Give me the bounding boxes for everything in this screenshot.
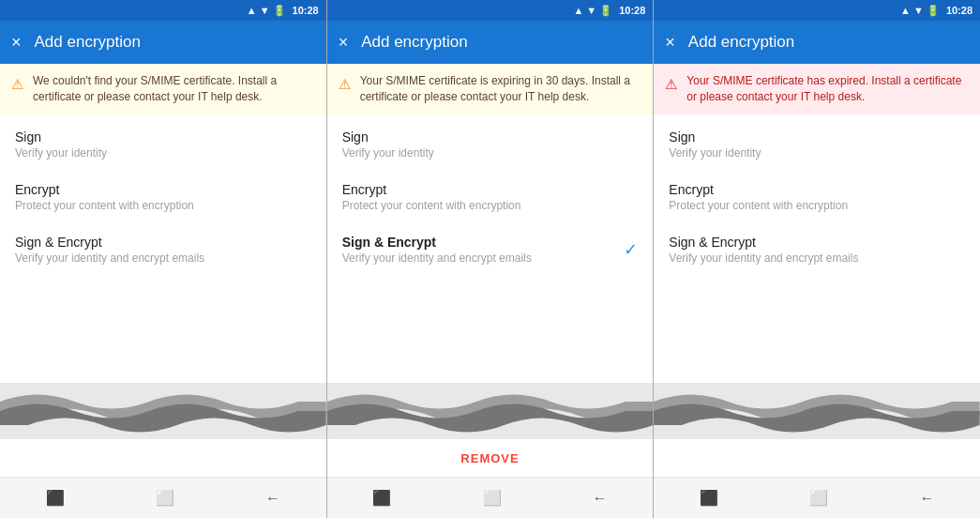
option-title-0: Sign	[342, 130, 639, 145]
status-bar-icons: ▲ ▼ 🔋 10:28	[900, 5, 972, 17]
option-subtitle-1: Protect your content with encryption	[669, 199, 965, 212]
option-item-1[interactable]: Encrypt Protect your content with encryp…	[0, 171, 326, 223]
phone-panel-2: ▲ ▼ 🔋 10:28 × Add encryption ⚠ Your S/MI…	[327, 0, 655, 518]
option-text-1: Encrypt Protect your content with encryp…	[342, 182, 639, 212]
bottom-nav: ⬛⬜←	[327, 477, 654, 518]
status-bar-icons: ▲ ▼ 🔋 10:28	[573, 5, 645, 17]
option-item-1[interactable]: Encrypt Protect your content with encryp…	[654, 171, 980, 223]
option-title-2: Sign & Encrypt	[669, 235, 965, 250]
remove-button[interactable]: REMOVE	[460, 451, 519, 465]
remove-placeholder	[654, 439, 980, 477]
option-item-2[interactable]: Sign & Encrypt Verify your identity and …	[0, 223, 326, 276]
wave-separator	[654, 383, 980, 439]
option-title-1: Encrypt	[15, 182, 311, 197]
option-text-1: Encrypt Protect your content with encryp…	[15, 182, 311, 212]
wifi-icon: ▼	[586, 5, 596, 16]
signal-icon: ▲	[900, 5, 911, 16]
options-list: Sign Verify your identity Encrypt Protec…	[327, 114, 654, 383]
option-text-2: Sign & Encrypt Verify your identity and …	[15, 235, 311, 265]
option-subtitle-2: Verify your identity and encrypt emails	[15, 251, 311, 265]
option-subtitle-1: Protect your content with encryption	[342, 199, 639, 212]
battery-icon: 🔋	[273, 5, 286, 17]
option-title-2: Sign & Encrypt	[342, 235, 617, 250]
wifi-icon: ▼	[260, 5, 270, 16]
signal-icon: ▲	[573, 5, 583, 16]
status-bar: ▲ ▼ 🔋 10:28	[0, 0, 326, 21]
option-item-1[interactable]: Encrypt Protect your content with encryp…	[327, 171, 654, 223]
alert-banner: ⚠ Your S/MIME certificate is expiring in…	[327, 64, 654, 114]
time-display: 10:28	[619, 5, 645, 16]
alert-icon: ⚠	[11, 74, 23, 94]
option-text-0: Sign Verify your identity	[15, 130, 311, 160]
option-title-2: Sign & Encrypt	[15, 235, 311, 250]
option-title-0: Sign	[15, 130, 311, 145]
signal-icon: ▲	[247, 5, 257, 16]
back-icon[interactable]: ←	[250, 482, 295, 514]
alert-text: Your S/MIME certificate is expiring in 3…	[360, 73, 642, 105]
alert-icon: ⚠	[339, 74, 351, 94]
option-subtitle-0: Verify your identity	[669, 146, 965, 160]
header: × Add encryption	[654, 21, 980, 64]
recent-apps-icon[interactable]: ⬛	[357, 481, 406, 514]
status-bar: ▲ ▼ 🔋 10:28	[654, 0, 980, 21]
option-subtitle-0: Verify your identity	[15, 146, 311, 160]
remove-section: REMOVE	[327, 439, 654, 477]
option-item-0[interactable]: Sign Verify your identity	[327, 118, 654, 171]
header-title: Add encryption	[688, 33, 794, 52]
status-bar: ▲ ▼ 🔋 10:28	[327, 0, 654, 21]
bottom-nav: ⬛⬜←	[654, 477, 980, 518]
bottom-nav: ⬛⬜←	[0, 477, 326, 518]
home-icon[interactable]: ⬜	[794, 481, 843, 514]
home-icon[interactable]: ⬜	[141, 481, 189, 514]
option-title-1: Encrypt	[669, 182, 965, 197]
battery-icon: 🔋	[927, 5, 940, 17]
option-text-0: Sign Verify your identity	[342, 130, 639, 160]
remove-placeholder	[0, 439, 326, 477]
options-list: Sign Verify your identity Encrypt Protec…	[0, 114, 326, 383]
option-item-2[interactable]: Sign & Encrypt Verify your identity and …	[654, 223, 980, 276]
phone-panel-1: ▲ ▼ 🔋 10:28 × Add encryption ⚠ We couldn…	[0, 0, 327, 518]
option-subtitle-2: Verify your identity and encrypt emails	[669, 251, 965, 265]
close-button[interactable]: ×	[11, 33, 22, 53]
wave-separator	[327, 383, 654, 439]
option-text-0: Sign Verify your identity	[669, 130, 965, 160]
phone-panel-3: ▲ ▼ 🔋 10:28 × Add encryption ⚠ Your S/MI…	[654, 0, 980, 518]
options-list: Sign Verify your identity Encrypt Protec…	[654, 114, 980, 383]
option-text-1: Encrypt Protect your content with encryp…	[669, 182, 965, 212]
home-icon[interactable]: ⬜	[468, 481, 517, 514]
header: × Add encryption	[0, 21, 326, 64]
time-display: 10:28	[946, 5, 972, 16]
close-button[interactable]: ×	[665, 33, 675, 53]
check-icon: ✓	[624, 239, 638, 260]
wave-separator	[0, 383, 326, 439]
option-title-0: Sign	[669, 130, 965, 145]
option-item-2[interactable]: Sign & Encrypt Verify your identity and …	[327, 223, 654, 276]
header-title: Add encryption	[35, 33, 141, 52]
option-item-0[interactable]: Sign Verify your identity	[654, 118, 980, 171]
header: × Add encryption	[327, 21, 654, 64]
back-icon[interactable]: ←	[904, 482, 949, 514]
recent-apps-icon[interactable]: ⬛	[31, 481, 80, 514]
option-text-2: Sign & Encrypt Verify your identity and …	[669, 235, 965, 265]
back-icon[interactable]: ←	[578, 482, 623, 514]
wifi-icon: ▼	[913, 5, 924, 16]
time-display: 10:28	[293, 5, 319, 16]
recent-apps-icon[interactable]: ⬛	[685, 481, 733, 514]
option-title-1: Encrypt	[342, 182, 639, 197]
header-title: Add encryption	[361, 33, 467, 52]
close-button[interactable]: ×	[339, 33, 349, 53]
battery-icon: 🔋	[599, 5, 612, 17]
option-subtitle-2: Verify your identity and encrypt emails	[342, 251, 617, 265]
alert-text: We couldn't find your S/MIME certificate…	[33, 73, 315, 105]
option-text-2: Sign & Encrypt Verify your identity and …	[342, 235, 617, 265]
option-subtitle-1: Protect your content with encryption	[15, 199, 311, 212]
alert-banner: ⚠ Your S/MIME certificate has expired. I…	[654, 64, 980, 114]
alert-text: Your S/MIME certificate has expired. Ins…	[686, 73, 969, 105]
option-item-0[interactable]: Sign Verify your identity	[0, 118, 326, 171]
alert-banner: ⚠ We couldn't find your S/MIME certifica…	[0, 64, 326, 114]
status-bar-icons: ▲ ▼ 🔋 10:28	[247, 5, 319, 17]
option-subtitle-0: Verify your identity	[342, 146, 639, 160]
alert-icon: ⚠	[665, 74, 677, 94]
